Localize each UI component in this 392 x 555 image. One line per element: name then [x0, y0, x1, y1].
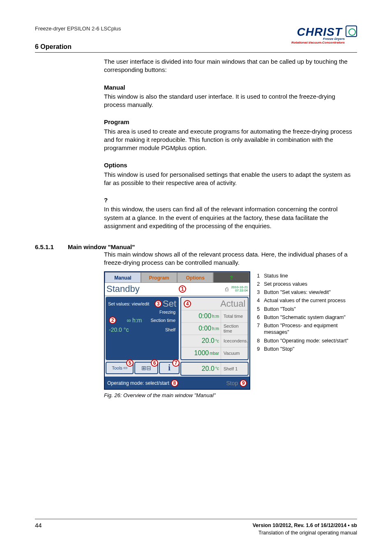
actual-4-label: Shelf 1 [221, 363, 248, 375]
set-row-1-value: -20.0 °c [109, 326, 129, 333]
callout-7-icon: 7 [172, 359, 180, 367]
actual-1-label: Section time [221, 323, 248, 335]
actual-0-unit: h:m [212, 314, 219, 319]
printer-icon: ⎙ [225, 286, 228, 292]
set-row-0-label: Section time [150, 318, 175, 323]
set-header-label: Set values: view/edit [108, 301, 149, 306]
page-number: 44 [35, 522, 42, 537]
callout-6-icon: 6 [151, 359, 158, 367]
callout-3-icon: 3 [154, 300, 162, 308]
set-big-label: Set [163, 298, 176, 309]
actual-4-unit: °c [215, 366, 219, 371]
set-row-0-value: ∞ h:m [127, 317, 142, 324]
block-heading-options: Options [104, 161, 357, 169]
block-text-options: This window is used for personalised set… [104, 171, 357, 187]
tab-options[interactable]: Options [177, 272, 213, 283]
intro-paragraph: The user interface is divided into four … [104, 58, 357, 74]
section-heading: 6 Operation [35, 43, 267, 51]
brand-logo: CHRIST Freeze Dryers Rotational-Vacuum-C… [267, 25, 357, 44]
screenshot-figure: Manual Program Options ? Standby 1 ⎙ 201… [104, 271, 250, 390]
schematic-button[interactable]: ⊞⊟ 6 [134, 362, 158, 374]
tab-manual[interactable]: Manual [105, 272, 141, 283]
block-heading-help: ? [104, 196, 357, 204]
callout-4-icon: 4 [184, 300, 191, 308]
page-footer: 44 Version 10/2012, Rev. 1.6 of 16/12/20… [35, 519, 357, 537]
set-row-1-label: Shelf [165, 327, 175, 332]
info-icon: i [168, 363, 171, 372]
tools-label: Tools [112, 365, 122, 370]
actual-big-label: Actual [220, 298, 245, 309]
stop-button[interactable]: Stop [226, 380, 238, 386]
header-divider [35, 52, 357, 53]
set-values-button[interactable]: Set values: view/edit 3 Set [106, 298, 178, 310]
freezing-label: Freezing [106, 310, 178, 315]
footer-version: Version 10/2012, Rev. 1.6 of 16/12/2014 … [253, 522, 357, 530]
callout-9-icon: 9 [240, 379, 247, 387]
subsection-description: This main window shows all of the releva… [104, 250, 357, 267]
actual-4-value: 20.0 [202, 365, 214, 372]
actual-2-unit: °c [215, 339, 219, 343]
block-text-program: This area is used to create and execute … [104, 127, 357, 153]
callout-5-icon: 5 [126, 359, 134, 367]
actual-1-value: 0:00 [198, 325, 211, 332]
actual-3-value: 1000 [194, 349, 209, 357]
tab-program[interactable]: Program [141, 272, 177, 283]
actual-3-label: Vacuum [221, 347, 248, 359]
operating-mode-button[interactable]: Operating mode: select/start [107, 380, 169, 386]
actual-3-unit: mbar [210, 351, 219, 356]
status-text: Standby [106, 284, 140, 294]
footer-translation-note: Translation of the original operating ma… [253, 529, 357, 537]
actual-2-label: Icecondens. [221, 335, 248, 347]
subsection-number: 6.5.1.1 [35, 243, 68, 250]
actual-1-unit: h:m [212, 326, 219, 331]
callout-8-icon: 8 [171, 379, 178, 387]
tools-button[interactable]: Tools ▭ 5 [106, 362, 134, 374]
block-heading-manual: Manual [104, 83, 357, 92]
callout-2-icon: 2 [109, 317, 116, 324]
figure-legend: 1Status line 2Set process values 3Button… [254, 271, 357, 354]
info-button[interactable]: i 7 [159, 362, 180, 374]
actual-0-value: 0:00 [198, 312, 211, 320]
tab-help[interactable]: ? [213, 272, 249, 283]
schematic-icon: ⊞⊟ [141, 365, 151, 371]
block-text-help: In this window, the users can find all o… [104, 205, 357, 230]
actual-2-value: 20.0 [202, 337, 214, 345]
document-title: Freeze-dryer EPSILON 2-6 LSCplus [35, 25, 267, 32]
block-heading-program: Program [104, 118, 357, 126]
actual-0-label: Total time [221, 310, 248, 322]
block-text-manual: This window is also the standard user in… [104, 92, 357, 109]
status-time: 07:33:04 [231, 289, 248, 292]
subsection-title: Main window "Manual" [68, 243, 135, 250]
logo-subtitle-2: Rotational-Vacuum-Concentrators [267, 41, 345, 44]
logo-badge-icon [346, 25, 357, 37]
callout-1-icon: 1 [179, 285, 186, 293]
figure-caption: Fig. 26: Overview of the main window "Ma… [104, 392, 357, 398]
folder-icon: ▭ [123, 365, 127, 370]
